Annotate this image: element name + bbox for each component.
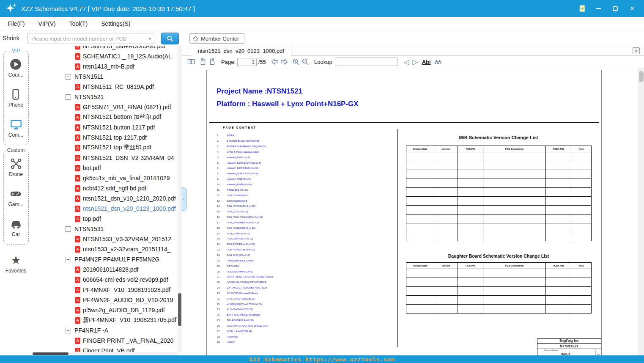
shrink-button[interactable]: Shrink: [3, 35, 19, 41]
tree-file-row[interactable]: ANTSN1521_DSN_V2-32VRAM_04: [32, 153, 178, 163]
viewer-scrollbar[interactable]: [638, 68, 644, 355]
model-search-combobox[interactable]: ▾: [27, 33, 154, 44]
menu-item-filef[interactable]: File(F): [8, 20, 25, 27]
page-number-input[interactable]: [237, 58, 257, 66]
maximize-button[interactable]: [610, 3, 620, 14]
menu-item-settingss[interactable]: Settings(S): [101, 20, 130, 27]
tree-file-row[interactable]: ANTSN1521 top 带丝印.pdf: [32, 143, 178, 153]
notes-icon[interactable]: [578, 4, 586, 13]
tree-vertical-scrollbar-thumb[interactable]: [178, 293, 181, 326]
menu-item-toolt[interactable]: Tool(T): [69, 20, 88, 27]
collapse-minus-icon[interactable]: −: [66, 226, 71, 232]
binoculars-icon[interactable]: [433, 57, 443, 66]
table-cell: [483, 232, 546, 241]
zoom-in-icon[interactable]: [291, 57, 301, 66]
tree-folder-row[interactable]: −NTSN1521: [32, 92, 178, 102]
prev-page-icon[interactable]: [270, 57, 280, 66]
tree-file-row[interactable]: Agk5cu1x_mb_va_final_20181029: [32, 173, 178, 183]
rotate-left-icon[interactable]: [198, 57, 208, 66]
toc-number: 11.: [217, 189, 227, 191]
tree-file-row[interactable]: A20190610114828.pdf: [32, 264, 178, 275]
tree-file-row[interactable]: ANTSN1521 bottom 加丝印.pdf: [32, 112, 178, 122]
tree-file-row[interactable]: Ancbt412 sdd_ngff bd.pdf: [32, 183, 178, 193]
tree-folder-row[interactable]: −NTSN1511: [32, 72, 178, 82]
minimize-button[interactable]: [593, 3, 603, 14]
tree-file-row[interactable]: ANTSN1413_usb+AUDIO-vb.pdf: [32, 46, 178, 51]
sidebar-item-car[interactable]: Car: [10, 217, 22, 237]
tree-file-row[interactable]: A新PF4MNXF_V10_1908231705.pdf: [32, 315, 178, 325]
table-row: [406, 305, 592, 314]
tree-file-row[interactable]: AFINGER PRINT _VA_FINAL_2020: [32, 336, 178, 346]
tree-file-row[interactable]: Antsn1533_v2-32vram_20151114_: [32, 244, 178, 254]
dual-page-view-icon[interactable]: [186, 57, 196, 66]
pdf-viewer[interactable]: Project Name :NTSN1521 Platform : Haswel…: [182, 68, 638, 355]
tree-file-row[interactable]: AFinger Print_VB.pdf: [32, 346, 178, 352]
toc-number: 34.: [217, 314, 227, 316]
sidebar-item-cour[interactable]: Cour...: [8, 58, 23, 78]
collapse-minus-icon[interactable]: −: [66, 328, 71, 333]
tree-folder-row[interactable]: −PF4NR1F -A: [32, 325, 178, 336]
zoom-out-icon[interactable]: [301, 57, 310, 66]
collapse-minus-icon[interactable]: −: [66, 74, 71, 80]
tree-file-row[interactable]: ANTSN1521 top 1217.pdf: [32, 132, 178, 143]
tree-file-row[interactable]: Antsn1521_dsn_v10_1210_2020.pdf: [32, 193, 178, 204]
search-button[interactable]: [161, 33, 179, 44]
toc-title: Haswell_GND (5 of 6): [227, 178, 251, 180]
table-cell: [571, 197, 592, 206]
collapse-minus-icon[interactable]: −: [66, 94, 71, 100]
db-table-title: Daughter Board Schematic Version Change …: [406, 253, 591, 258]
close-button[interactable]: ×: [627, 3, 637, 14]
sidebar-item-drone[interactable]: Drone: [9, 157, 23, 177]
tree-file-row[interactable]: ASCHEMATIC1 _ 18_I2S Audio(AL: [32, 51, 178, 61]
tree-collapse-handle[interactable]: ‹: [181, 187, 187, 211]
tree-horizontal-scrollbar[interactable]: [32, 352, 178, 355]
tree-horizontal-scrollbar-thumb[interactable]: [33, 352, 69, 355]
viewer-scrollbar-thumb[interactable]: [639, 71, 644, 82]
toc-title: GPIO & Power Consumption: [227, 151, 259, 153]
toc-number: 13.: [217, 200, 227, 202]
sidebar-section-vip: VIPCour...PhoneCom...: [3, 51, 29, 145]
tree-folder-row[interactable]: −NTSN1531: [32, 224, 178, 234]
toc-title: PCH_SPI/SMB/LAD(4 of 10): [227, 221, 259, 224]
tree-file-row[interactable]: APF4WN2F_AUDIO_BD_V10-2019: [32, 295, 178, 305]
table-cell: [434, 214, 458, 223]
table-cell: [483, 197, 546, 206]
tree-file-row[interactable]: Atop.pdf: [32, 214, 178, 224]
search-input[interactable]: [28, 36, 148, 42]
member-center-button[interactable]: Member Center: [189, 33, 244, 44]
match-case-icon[interactable]: Abi: [422, 59, 431, 65]
next-page-icon[interactable]: [280, 57, 289, 66]
table-cell: [434, 161, 458, 170]
tree-file-row[interactable]: APF4MNXF_V10_1908191028.pdf: [32, 285, 178, 295]
title-block-doc-label: Document Number: [544, 349, 559, 351]
tree-file-row[interactable]: ANTSN1533_V3-32VRAM_201512: [32, 234, 178, 244]
sidebar-item-gam[interactable]: Gam...: [8, 187, 23, 207]
document-tab[interactable]: ntsn1521_dsn_v20_0123_1000.pdf: [191, 46, 291, 56]
tree-folder-row[interactable]: −PF4MN2F PF4MU1F PF5MN2G: [32, 254, 178, 264]
tree-file-row[interactable]: Apf5wn2g_AUDIO_DB_1129.pdf: [32, 305, 178, 315]
tree-file-row[interactable]: ANTSN1511_RC_0819A.pdf: [32, 82, 178, 92]
tree-file-row[interactable]: Abot.pdf: [32, 163, 178, 173]
toc-row: 20.PCH_DMI/FDI (7 of 10): [217, 236, 273, 242]
toc-row: 31.CPU CORE (OZOZ8127): [217, 296, 273, 301]
sidebar-item-com[interactable]: Com...: [8, 118, 23, 138]
pdf-file-icon: A: [75, 46, 80, 50]
sidebar-item-favorites[interactable]: ★Favorites: [5, 254, 26, 274]
sidebar-item-phone[interactable]: Phone: [8, 88, 23, 108]
toc-row: 8.Haswell_DDR3 BUS (4 of 6): [217, 171, 273, 176]
table-cell: [546, 206, 571, 214]
tree-file-row[interactable]: A606654-cml-eds-vol2-rev0p9.pdf: [32, 275, 178, 285]
tree-file-row[interactable]: ANTSN1521 button 1217.pdf: [32, 122, 178, 132]
lookup-input[interactable]: [335, 58, 397, 66]
find-prev-icon[interactable]: ◁: [403, 58, 411, 66]
title-block-model: NTSN1521: [537, 344, 601, 349]
collapse-minus-icon[interactable]: −: [66, 257, 71, 262]
chevron-down-icon[interactable]: ▾: [148, 36, 154, 41]
rotate-right-icon[interactable]: [208, 57, 217, 66]
tree-file-row[interactable]: Antsn1413_mb-B.pdf: [32, 61, 178, 72]
close-tab-icon[interactable]: ×: [633, 47, 640, 54]
tree-file-row[interactable]: AGE5SN71_VB1_FINAL(0821).pdf: [32, 102, 178, 112]
find-next-icon[interactable]: ▷: [411, 58, 419, 66]
tree-file-row[interactable]: Antsn1521_dsn_v20_0123_1000.pdf: [32, 204, 178, 214]
menu-item-vipv[interactable]: VIP(V): [38, 20, 55, 27]
